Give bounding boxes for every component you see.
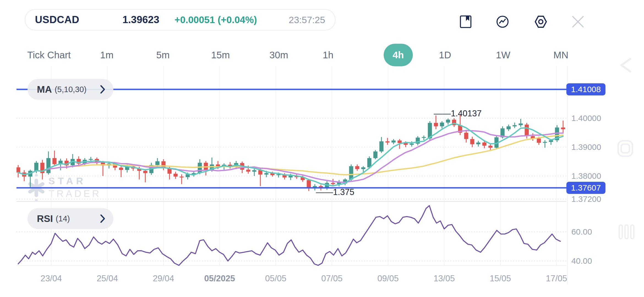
time-axis-label: 25/04 [97,274,118,284]
price-annotation: ——1.375 [316,187,354,197]
price-annotation: ——1.40137 [434,109,482,119]
volume-bars-icon[interactable] [618,223,637,241]
price-level-label[interactable]: 1.37607 [566,182,605,194]
rsi-params: (14) [56,214,70,223]
last-price: 1.39623 [122,14,159,26]
close-icon[interactable] [571,15,585,28]
timeframe-tab-1m[interactable]: 1m [100,50,114,61]
time-axis-label: 05/2025 [204,274,235,284]
timeframe-tab-1d[interactable]: 1D [439,50,451,61]
time-axis-label: 23/04 [40,274,62,284]
candlestick-chart[interactable] [0,0,644,297]
bookmark-icon[interactable] [459,15,472,28]
rsi-axis-label: 60.00 [571,227,592,237]
timeframe-tab-mn[interactable]: MN [553,50,568,61]
timeframe-tab-15m[interactable]: 15m [211,50,230,61]
timeframe-tab-1h[interactable]: 1h [323,50,334,61]
time-axis-label: 15/05 [490,274,511,284]
symbol-name: USDCAD [35,14,79,26]
timeframe-tab-tick-chart[interactable]: Tick Chart [27,50,71,61]
symbol-info-pill: USDCAD 1.39623 +0.00051 (+0.04%) 23:57:2… [25,9,335,31]
price-level-label[interactable]: 1.41008 [566,83,605,95]
panel-collapse-chevron-icon[interactable] [617,57,636,76]
timeframe-tab-4h[interactable]: 4h [384,44,413,66]
time-axis-label: 05/05 [265,274,286,284]
chevron-right-icon [100,215,105,223]
settings-icon[interactable] [534,15,547,28]
timeframe-tab-30m[interactable]: 30m [269,50,288,61]
timeframe-tab-1w[interactable]: 1W [496,50,511,61]
time-axis-label: 13/05 [433,274,455,284]
rsi-label: RSI [37,213,53,224]
ma-indicator-button[interactable]: MA (5,10,30) [28,79,113,100]
trading-chart-app: STAR TRADER USDCAD 1.39623 +0.00051 (+0.… [0,0,644,297]
price-axis-label: 1.40000 [571,114,601,123]
price-change: +0.00051 (+0.04%) [174,14,257,25]
price-axis-label: 1.38000 [571,171,601,181]
time-axis-label: 29/04 [153,274,174,284]
price-axis-label: 1.37200 [571,194,601,204]
time-axis-label: 17/05 [546,274,567,284]
ma-params: (5,10,30) [54,85,86,94]
indicator-chart-icon[interactable] [496,15,509,28]
time-axis-label: 07/05 [321,274,343,284]
clock-time: 23:57:25 [289,15,325,25]
rsi-axis-label: 40.00 [571,256,592,266]
time-axis-label: 09/05 [377,274,399,284]
rsi-indicator-button[interactable]: RSI (14) [28,208,113,229]
chevron-right-icon [100,85,105,94]
ma-label: MA [37,84,52,95]
timeframe-tab-5m[interactable]: 5m [156,50,170,61]
drawing-tool-icon[interactable] [616,140,636,159]
price-axis-label: 1.39000 [571,142,601,152]
